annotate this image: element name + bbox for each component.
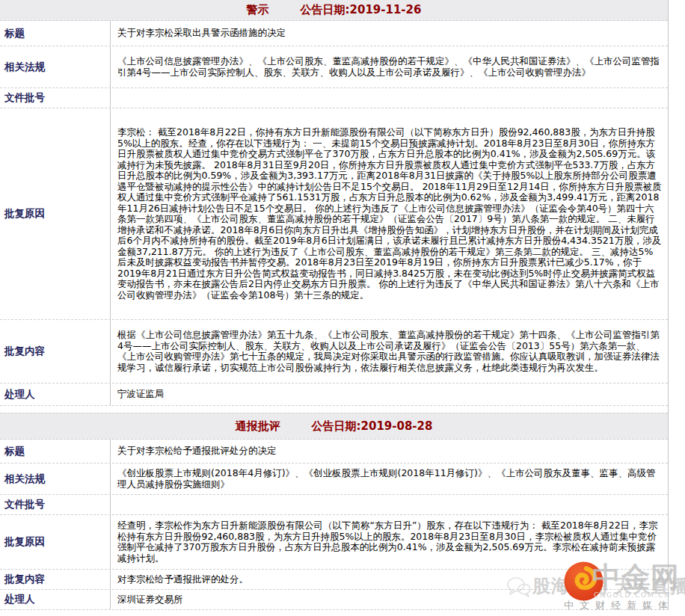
notice-content: 根据《上市公司信息披露管理办法》第五十九条、《上市公司股东、董监高减持股份的若干… [111, 320, 668, 383]
notice-handler: 深圳证券交易所 [111, 590, 668, 609]
row-label-title: 标题 [0, 440, 111, 463]
notice-title-text: 关于对李宗松采取出具警示函措施的决定 [117, 28, 662, 39]
table-row: 批复内容 对李宗松给予通报批评的处分。 [0, 570, 668, 590]
notice-content: 对李宗松给予通报批评的处分。 [111, 570, 668, 589]
notice-reason: 经查明，李宗松作为东方日升新能源股份有限公司（以下简称“东方日升”）股东，存在以… [111, 515, 668, 569]
notice-regulations: 《上市公司信息披露管理办法》、《上市公司股东、董监高减持股份的若干规定》、《中华… [111, 46, 668, 87]
table-row: 标题 关于对李宗松采取出具警示函措施的决定 [0, 21, 668, 46]
table-row: 相关法规 《上市公司信息披露管理办法》、《上市公司股东、董监高减持股份的若干规定… [0, 46, 668, 88]
row-label-doc-number: 文件批号 [0, 495, 111, 514]
notice-content-text: 根据《上市公司信息披露管理办法》第五十九条、《上市公司股东、董监高减持股份的若干… [117, 330, 662, 373]
notice-doc-number [111, 495, 668, 514]
section-header: 通报批评 公告日期:2019-08-28 [0, 413, 668, 440]
table-row: 批复内容 根据《上市公司信息披露管理办法》第五十九条、《上市公司股东、董监高减持… [0, 320, 668, 384]
row-label-content: 批复内容 [0, 320, 111, 383]
notice-section-criticism: 通报批评 公告日期:2019-08-28 标题 关于对李宗松给予通报批评处分的决… [0, 413, 668, 610]
penalty-records-page: 警示 公告日期:2019-11-26 标题 关于对李宗松采取出具警示函措施的决定… [0, 0, 685, 616]
section-header: 警示 公告日期:2019-11-26 [0, 0, 668, 21]
row-label-regulations: 相关法规 [0, 46, 111, 87]
table-row: 处理人 深圳证券交易所 [0, 590, 668, 610]
notice-title: 关于对李宗松采取出具警示函措施的决定 [111, 21, 668, 46]
table-row: 批复原因 经查明，李宗松作为东方日升新能源股份有限公司（以下简称“东方日升”）股… [0, 515, 668, 570]
row-label-doc-number: 文件批号 [0, 88, 111, 108]
notice-reason-text: 经查明，李宗松作为东方日升新能源股份有限公司（以下简称“东方日升”）股东，存在以… [117, 520, 662, 564]
notice-section-warning: 警示 公告日期:2019-11-26 标题 关于对李宗松采取出具警示函措施的决定… [0, 0, 668, 406]
notice-date: 公告日期:2019-08-28 [312, 419, 433, 434]
notice-handler: 宁波证监局 [111, 384, 668, 405]
table-row: 批复原因 李宗松： 截至2018年8月22日，你持有东方日升新能源股份有限公司（… [0, 108, 668, 320]
table-row: 标题 关于对李宗松给予通报批评处分的决定 [0, 440, 668, 463]
notice-handler-text: 宁波证监局 [117, 389, 662, 400]
notice-date: 公告日期:2019-11-26 [301, 3, 422, 17]
row-label-regulations: 相关法规 [0, 463, 111, 494]
notice-handler-text: 深圳证券交易所 [117, 594, 662, 606]
row-label-reason: 批复原因 [0, 515, 111, 569]
notice-doc-number [111, 88, 668, 108]
notice-title: 关于对李宗松给予通报批评处分的决定 [111, 440, 668, 463]
notice-regulations-text: 《上市公司信息披露管理办法》、《上市公司股东、董监高减持股份的若干规定》、《中华… [117, 56, 662, 78]
notice-reason-text: 李宗松： 截至2018年8月22日，你持有东方日升新能源股份有限公司（以下简称东… [117, 127, 662, 301]
notice-title-text: 关于对李宗松给予通报批评处分的决定 [117, 446, 662, 457]
notice-type: 通报批评 [236, 419, 280, 434]
notice-regulations-text: 《创业板股票上市规则(2018年4月修订)》、《创业板股票上市规则(2018年1… [117, 468, 662, 490]
notice-type: 警示 [247, 3, 269, 17]
row-label-handler: 处理人 [0, 590, 111, 609]
row-label-content: 批复内容 [0, 570, 111, 589]
notice-regulations: 《创业板股票上市规则(2018年4月修订)》、《创业板股票上市规则(2018年1… [111, 463, 668, 494]
row-label-handler: 处理人 [0, 384, 111, 405]
notice-reason: 李宗松： 截至2018年8月22日，你持有东方日升新能源股份有限公司（以下简称东… [111, 108, 668, 319]
table-row: 处理人 宁波证监局 [0, 384, 668, 406]
table-row: 文件批号 [0, 88, 668, 108]
table-row: 相关法规 《创业板股票上市规则(2018年4月修订)》、《创业板股票上市规则(2… [0, 463, 668, 495]
row-label-reason: 批复原因 [0, 108, 111, 319]
row-label-title: 标题 [0, 21, 111, 46]
notice-content-text: 对李宗松给予通报批评的处分。 [117, 574, 662, 585]
section-gap [0, 406, 668, 413]
penalty-table: 警示 公告日期:2019-11-26 标题 关于对李宗松采取出具警示函措施的决定… [0, 0, 669, 610]
table-row: 文件批号 [0, 495, 668, 515]
